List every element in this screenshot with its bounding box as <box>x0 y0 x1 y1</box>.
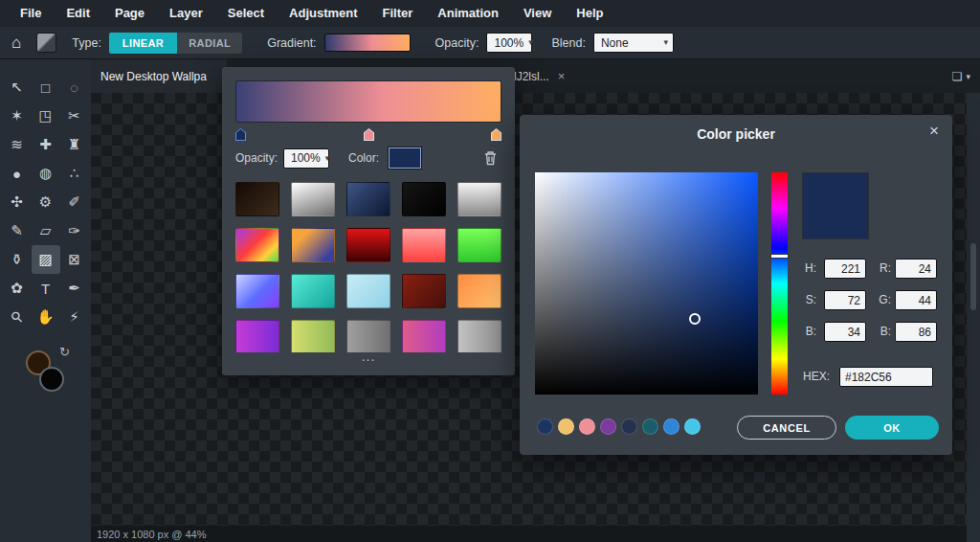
gradient-tool[interactable]: ▨ <box>32 245 60 274</box>
brush-tool[interactable]: ✐ <box>60 188 89 216</box>
menu-item[interactable]: Adjustment <box>277 0 370 27</box>
ink-brush-tool[interactable]: ✑ <box>60 216 89 245</box>
gradient-preset[interactable] <box>291 228 335 262</box>
menu-item[interactable]: View <box>511 0 564 27</box>
gradient-preset[interactable] <box>402 228 446 262</box>
gradient-editor-bar[interactable] <box>235 80 501 123</box>
gradient-preset[interactable] <box>457 320 501 352</box>
gradient-preset[interactable] <box>291 320 335 352</box>
color-swatch[interactable] <box>684 418 701 435</box>
menu-item[interactable]: Edit <box>54 0 102 27</box>
shape-tool[interactable]: ✿ <box>3 274 32 303</box>
stop-opacity-select[interactable]: 100% ▾ <box>283 148 329 169</box>
gradient-preset[interactable] <box>235 182 279 216</box>
ok-button[interactable]: OK <box>845 416 939 440</box>
close-icon[interactable]: × <box>929 122 939 141</box>
hue-slider-handle[interactable] <box>770 254 789 259</box>
menu-item[interactable]: Page <box>102 0 157 27</box>
delete-stop-button[interactable] <box>483 150 498 166</box>
clone-stamp-tool[interactable]: ♜ <box>60 130 89 159</box>
gradient-preset[interactable] <box>457 182 501 216</box>
color-swatch[interactable] <box>558 418 574 435</box>
menu-item[interactable]: Layer <box>157 0 215 27</box>
pencil-tool[interactable]: ✎ <box>3 216 32 245</box>
pattern-tool[interactable]: ⊠ <box>60 245 89 274</box>
menu-item[interactable]: Filter <box>370 0 426 27</box>
gradient-preset[interactable] <box>235 274 279 308</box>
gradient-stop[interactable] <box>235 128 246 141</box>
menu-item[interactable]: Help <box>564 0 615 27</box>
color-swatch[interactable] <box>579 418 595 435</box>
blend-select[interactable]: None ▾ <box>593 33 674 53</box>
windows-icon[interactable]: ❏ <box>952 70 963 83</box>
gradient-preset[interactable] <box>346 228 390 262</box>
gradient-preset[interactable] <box>457 274 501 308</box>
gradient-preset[interactable] <box>402 182 446 216</box>
brightness-input[interactable] <box>824 322 866 342</box>
gradient-stop[interactable] <box>364 128 374 141</box>
saturation-input[interactable] <box>824 290 866 310</box>
gradient-preset[interactable] <box>402 274 446 308</box>
crop-tool[interactable]: ◳ <box>32 102 60 130</box>
liquify-tool[interactable]: ≋ <box>3 130 32 159</box>
slice-tool[interactable]: ✂ <box>60 102 89 130</box>
gradient-preset[interactable] <box>402 320 446 352</box>
blur-tool[interactable]: ● <box>3 159 32 188</box>
cancel-button[interactable]: CANCEL <box>737 416 836 440</box>
gradient-preview-button[interactable] <box>324 34 411 52</box>
color-swatch[interactable] <box>600 418 616 435</box>
marquee-tool[interactable]: □ <box>32 73 60 102</box>
magic-wand-tool[interactable]: ✶ <box>3 102 32 130</box>
gradient-stop[interactable] <box>491 128 501 141</box>
eraser-tool[interactable]: ▱ <box>32 216 60 245</box>
sv-cursor[interactable] <box>689 313 701 325</box>
text-tool[interactable]: T <box>32 274 60 303</box>
opacity-select[interactable]: 100% ▾ <box>486 33 532 53</box>
home-icon[interactable]: ⌂ <box>11 34 21 53</box>
red-input[interactable] <box>895 259 937 279</box>
gradient-preset[interactable] <box>235 320 279 352</box>
gradient-preset[interactable] <box>346 320 390 352</box>
menu-item[interactable]: Animation <box>425 0 511 27</box>
heal-tool[interactable]: ✚ <box>32 130 60 159</box>
zoom-tool[interactable]: ⚲ <box>3 303 32 331</box>
background-color-well[interactable] <box>39 367 64 392</box>
pen-tool[interactable]: ✒ <box>60 274 89 303</box>
saturation-brightness-area[interactable] <box>535 172 758 395</box>
color-swatch[interactable] <box>663 418 679 435</box>
color-swatch[interactable] <box>621 418 637 435</box>
green-input[interactable] <box>895 290 937 310</box>
gradient-preset[interactable] <box>291 274 335 308</box>
panel-toggle-handle[interactable] <box>970 243 976 310</box>
gradient-preset[interactable] <box>346 274 390 308</box>
chevron-down-icon[interactable]: ▾ <box>966 72 970 81</box>
swap-colors-icon[interactable]: ↻ <box>59 345 70 359</box>
more-presets-button[interactable]: ... <box>235 352 501 360</box>
hue-slider[interactable] <box>771 172 788 395</box>
sphere-tool[interactable]: ◍ <box>32 159 60 188</box>
close-icon[interactable]: × <box>558 69 566 83</box>
gradient-preset[interactable] <box>457 228 501 262</box>
menu-item[interactable]: File <box>8 0 54 27</box>
dither-tool[interactable]: ∴ <box>60 159 89 188</box>
tab-new-desktop-wallpaper[interactable]: New Desktop Wallpa <box>91 59 227 93</box>
color-swatch[interactable] <box>642 418 658 435</box>
stop-color-swatch[interactable] <box>389 147 421 169</box>
color-swatch[interactable] <box>537 418 553 435</box>
gradient-preset[interactable] <box>346 182 390 216</box>
settings-tool[interactable]: ⚙ <box>32 188 60 216</box>
radial-type-button[interactable]: RADIAL <box>177 33 242 54</box>
hue-input[interactable] <box>824 259 866 279</box>
dodge-tool[interactable]: ✣ <box>3 188 32 216</box>
linear-type-button[interactable]: LINEAR <box>109 33 177 54</box>
paint-bucket-tool[interactable]: ⚱ <box>3 245 32 274</box>
lasso-tool[interactable]: ◌ <box>60 73 89 102</box>
blue-input[interactable] <box>895 322 937 342</box>
menu-item[interactable]: Select <box>215 0 277 27</box>
hex-input[interactable] <box>839 367 933 387</box>
gradient-preset[interactable] <box>235 228 279 262</box>
hand-tool[interactable]: ✋ <box>32 303 60 331</box>
gradient-preset[interactable] <box>291 182 335 216</box>
tool-preset-icon[interactable] <box>36 33 56 53</box>
flash-tool[interactable]: ⚡ <box>60 303 89 331</box>
